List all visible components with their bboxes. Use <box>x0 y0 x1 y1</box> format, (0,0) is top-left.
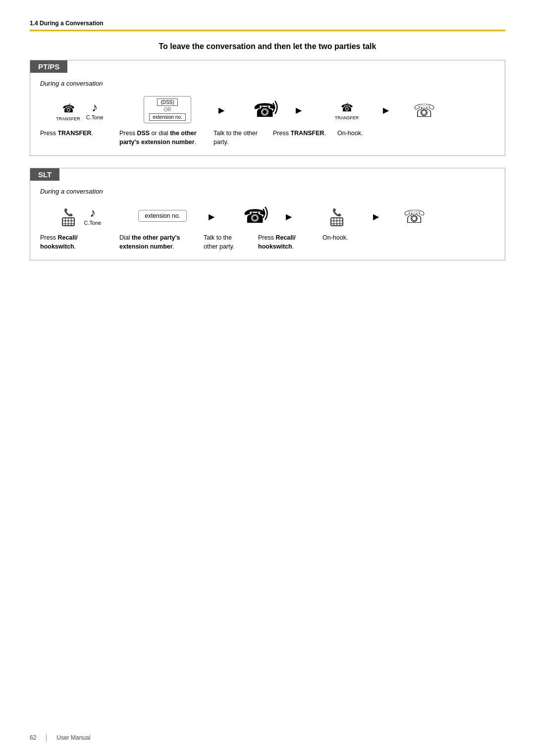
slt-arrow3: ▶ <box>373 212 388 221</box>
svg-text:☎: ☎ <box>243 206 267 227</box>
ptps-desc-col5: On-hook. <box>337 129 377 138</box>
slt-hookswitch1-bold: hookswitch <box>40 243 74 250</box>
slt-desc-col1: Press Recall/hookswitch. <box>40 234 119 251</box>
svg-text:↺: ↺ <box>345 102 348 106</box>
page-title: To leave the conversation and then let t… <box>30 42 505 51</box>
onhook-icon-slt: ☏ <box>399 204 429 229</box>
footer-page-number: 62 <box>30 734 36 741</box>
ptps-transfer-bold: TRANSFER <box>57 130 91 137</box>
ptps-desc-col4: Press TRANSFER. <box>273 129 337 138</box>
slt-label: SLT <box>30 168 59 181</box>
ptps-during: During a conversation <box>40 80 495 87</box>
ptps-steps-visual: ☎ ↺ TRANSFER ♪ C.Tone <box>40 96 495 124</box>
ptps-step5-visual: ☏ <box>402 98 446 123</box>
svg-text:☎: ☎ <box>253 100 276 121</box>
page-footer: 62 User Manual <box>30 734 90 741</box>
transfer-svg: ☎ ↺ <box>59 101 77 116</box>
ptps-section: PT/PS During a conversation ☎ ↺ <box>30 60 505 156</box>
extension-label: extension no. <box>149 113 186 121</box>
ptps-desc-col1: Press TRANSFER. <box>40 129 119 138</box>
svg-text:📞: 📞 <box>63 208 73 217</box>
footer-manual: User Manual <box>56 734 90 741</box>
recall2-svg: 📞 <box>327 205 347 228</box>
footer-divider <box>46 734 47 741</box>
slt-step1-visual: 📞 <box>40 205 119 228</box>
slt-step3-visual: ☎ <box>227 204 282 229</box>
slt-arrow1: ▶ <box>209 212 223 221</box>
ptps-desc-col2: Press DSS or dial the otherparty's exten… <box>119 129 214 147</box>
slt-step5-visual: ☏ <box>392 204 436 229</box>
ptps-desc: Press TRANSFER. Press DSS or dial the ot… <box>40 129 495 147</box>
slt-desc-col3: Talk to theother party. <box>204 234 258 251</box>
talk-icon-ptps: ☎ <box>247 98 282 123</box>
ctone-icon: ♪ C.Tone <box>86 100 104 120</box>
slt-step2-visual: extension no. <box>120 210 205 223</box>
slt-other-bold: the other party'sextension number <box>119 234 180 250</box>
yellow-rule <box>30 30 505 31</box>
svg-text:☏: ☏ <box>413 101 435 121</box>
ptps-dss-bold: DSS <box>137 130 150 137</box>
ptps-step1-visual: ☎ ↺ TRANSFER ♪ C.Tone <box>40 100 119 121</box>
ptps-step3-visual: ☎ <box>237 98 292 123</box>
transfer2-label: TRANSFER <box>335 115 359 120</box>
or-label: OR <box>164 107 171 112</box>
arrow3: ▶ <box>383 105 398 115</box>
svg-text:📞: 📞 <box>332 208 342 217</box>
slt-during: During a conversation <box>40 188 495 195</box>
transfer1-icon: ☎ ↺ TRANSFER <box>56 101 80 121</box>
ctone-label: C.Tone <box>86 114 104 120</box>
slt-desc: Press Recall/hookswitch. Dial the other … <box>40 234 495 251</box>
slt-recall2-bold: Recall/ <box>275 234 295 241</box>
slt-arrow2: ▶ <box>286 212 301 221</box>
transfer1-label: TRANSFER <box>56 116 80 121</box>
ptps-other-bold: the otherparty's extension number <box>119 130 197 146</box>
slt-desc-col5: On-hook. <box>322 234 367 243</box>
dss-label: (DSS) <box>157 99 177 106</box>
arrow2: ▶ <box>296 105 311 115</box>
slt-desc-col4: Press Recall/hookswitch. <box>258 234 322 251</box>
recall1-icon: 📞 <box>58 205 78 228</box>
svg-text:↺: ↺ <box>66 103 70 107</box>
slt-section: SLT During a conversation 📞 <box>30 168 505 260</box>
ptps-step4-visual: ☎ ↺ TRANSFER <box>315 101 379 120</box>
slt-hookswitch2-bold: hookswitch <box>258 243 292 250</box>
section-header: 1.4 During a Conversation <box>30 20 505 27</box>
ptps-step2-visual: (DSS) OR extension no. <box>120 96 214 124</box>
ptps-transfer2-bold: TRANSFER <box>290 130 324 137</box>
slt-ctone-svg: ♪ <box>86 205 100 220</box>
slt-recall1-bold: Recall/ <box>57 234 77 241</box>
arrow1: ▶ <box>218 105 233 115</box>
slt-extension-label: extension no. <box>145 212 180 219</box>
ptps-desc-col3: Talk to the other party. <box>214 129 273 147</box>
ptps-label: PT/PS <box>30 60 67 73</box>
slt-steps-visual: 📞 <box>40 204 495 229</box>
slt-desc-col2: Dial the other party'sextension number. <box>119 234 204 251</box>
slt-ctone-label: C.Tone <box>84 220 102 226</box>
slt-step4-visual: 📞 <box>305 205 369 228</box>
talk-icon-slt: ☎ <box>237 204 272 229</box>
svg-text:☏: ☏ <box>403 207 426 227</box>
svg-text:♪: ♪ <box>90 206 96 219</box>
recall1-svg: 📞 <box>58 205 78 228</box>
transfer2-svg: ☎ ↺ <box>338 101 356 115</box>
ctone-svg: ♪ <box>88 100 102 114</box>
slt-ctone-icon: ♪ C.Tone <box>84 205 102 226</box>
svg-text:♪: ♪ <box>92 101 98 114</box>
onhook-icon-ptps: ☏ <box>409 98 439 123</box>
